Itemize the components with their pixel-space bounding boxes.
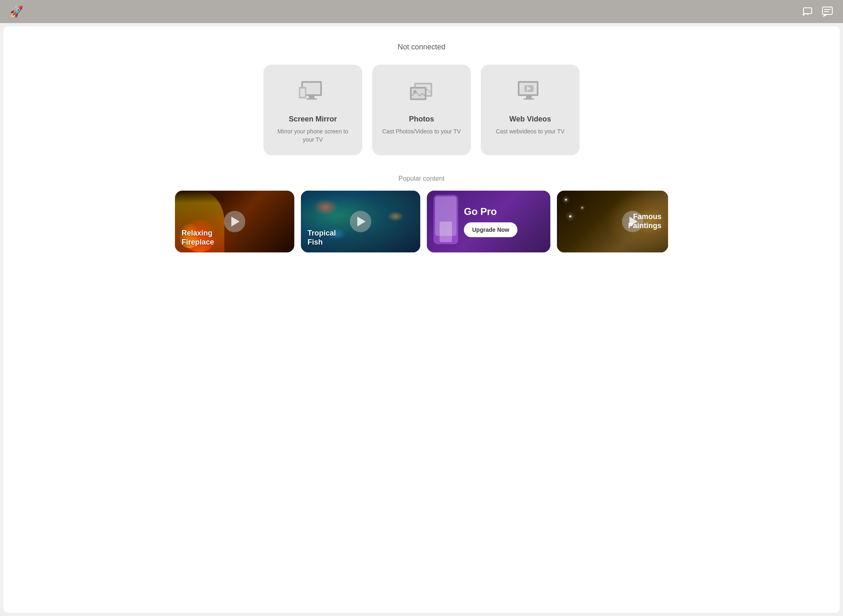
fish-label: Tropical Fish (301, 223, 420, 252)
tropical-fish-card[interactable]: Tropical Fish (301, 191, 420, 252)
svg-rect-2 (822, 7, 832, 14)
svg-rect-7 (309, 96, 314, 98)
svg-rect-10 (300, 89, 305, 97)
web-videos-icon (515, 79, 545, 107)
photos-title: Photos (409, 115, 434, 124)
screen-mirror-icon (298, 79, 328, 107)
upgrade-now-button[interactable]: Upgrade Now (464, 222, 517, 237)
chat-icon[interactable] (822, 6, 833, 17)
navbar-icons (803, 6, 833, 17)
relaxing-fireplace-card[interactable]: Relaxing Fireplace (175, 191, 294, 252)
photos-card[interactable]: Photos Cast Photos/Videos to your TV (372, 65, 471, 155)
screen-mirror-card[interactable]: Screen Mirror Mirror your phone screen t… (263, 65, 362, 155)
web-videos-title: Web Videos (509, 115, 551, 124)
popular-label: Popular content (12, 175, 831, 182)
famous-paintings-card[interactable]: Famous Paintings (557, 191, 668, 252)
svg-point-1 (803, 14, 804, 16)
photos-icon (407, 79, 436, 107)
gopro-title: Go Pro (464, 206, 517, 217)
feature-cards: Screen Mirror Mirror your phone screen t… (12, 65, 831, 155)
screen-mirror-title: Screen Mirror (289, 115, 337, 124)
svg-rect-21 (526, 96, 532, 98)
web-videos-card[interactable]: Web Videos Cast webvideos to your TV (481, 65, 580, 155)
web-videos-desc: Cast webvideos to your TV (496, 128, 564, 136)
svg-rect-22 (524, 98, 534, 100)
content-cards: Relaxing Fireplace Tropical Fish (12, 191, 831, 252)
photos-desc: Cast Photos/Videos to your TV (382, 128, 461, 136)
navbar: 🚀 (0, 0, 843, 23)
rocket-icon: 🚀 (10, 5, 23, 18)
screen-mirror-desc: Mirror your phone screen to your TV (272, 128, 354, 144)
paintings-label: Famous Paintings (628, 213, 661, 231)
main-content: Not connected Screen Mirror Mirror your … (3, 26, 840, 613)
gopro-card[interactable]: Go Pro Upgrade Now (427, 191, 550, 252)
svg-rect-8 (306, 98, 317, 100)
connection-status: Not connected (12, 43, 831, 51)
cast-icon[interactable] (803, 6, 814, 17)
svg-rect-0 (803, 8, 812, 14)
fireplace-label: Relaxing Fireplace (175, 223, 294, 252)
